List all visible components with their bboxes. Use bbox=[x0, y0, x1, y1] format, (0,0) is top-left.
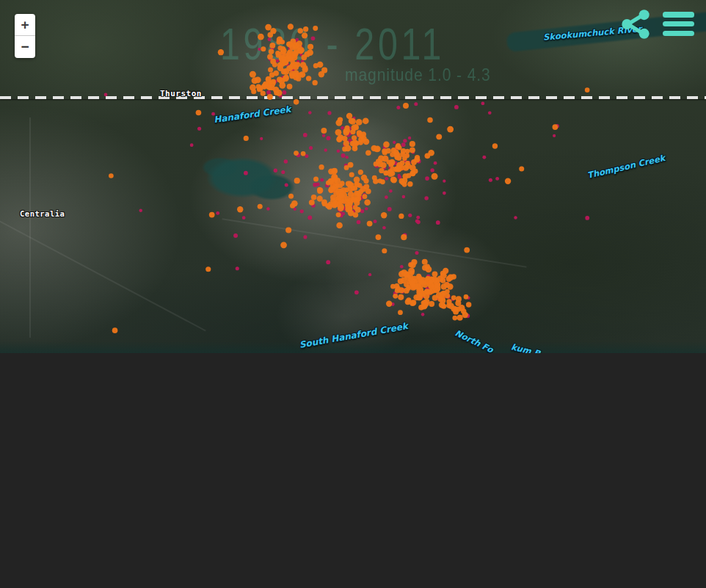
share-icon bbox=[622, 10, 649, 39]
hamburger-icon bbox=[663, 12, 694, 18]
timeline-chart[interactable]: 4.3 1.0 80 11 + 646566676869707172737475… bbox=[0, 353, 706, 588]
menu-button[interactable] bbox=[663, 12, 694, 36]
place-label-thurston: Thurston bbox=[160, 89, 202, 98]
share-button[interactable] bbox=[620, 9, 651, 40]
map-zoom-control: + − bbox=[15, 14, 35, 58]
place-label-centralia: Centralia bbox=[20, 209, 65, 218]
zoom-in-button[interactable]: + bbox=[15, 14, 35, 36]
earthquake-map-app: 1980 - 2011 magnitude 1.0 - 4.3 Thurston… bbox=[0, 0, 706, 588]
zoom-out-button[interactable]: − bbox=[15, 36, 35, 58]
map-view[interactable]: 1980 - 2011 magnitude 1.0 - 4.3 Thurston… bbox=[0, 0, 706, 353]
